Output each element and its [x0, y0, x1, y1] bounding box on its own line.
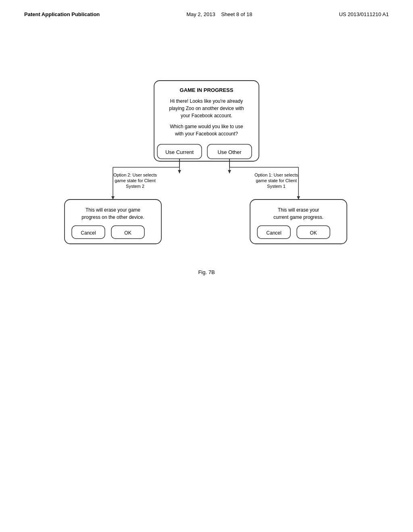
svg-text:System 2: System 2: [126, 184, 144, 189]
svg-text:game state for Client: game state for Client: [256, 178, 297, 183]
svg-marker-5: [178, 170, 181, 173]
ok-label-left: OK: [124, 230, 131, 236]
page-header: Patent Application Publication May 2, 20…: [0, 0, 413, 17]
game-in-progress-title: GAME IN PROGRESS: [180, 87, 234, 93]
header-date-sheet: May 2, 2013 Sheet 8 of 18: [186, 11, 252, 17]
svg-text:Option 1: User selects: Option 1: User selects: [254, 172, 298, 177]
header-left: Patent Application Publication: [24, 11, 100, 17]
use-other-label: Use Other: [217, 149, 242, 155]
svg-text:playing Zoo on another device : playing Zoo on another device with: [169, 106, 244, 111]
svg-text:Option 2: User selects: Option 2: User selects: [113, 172, 157, 177]
svg-text:Which game would you like to u: Which game would you like to use: [170, 124, 243, 129]
use-current-label: Use Current: [165, 149, 194, 155]
svg-text:Hi there! Looks like you're al: Hi there! Looks like you're already: [170, 98, 243, 104]
header-right: US 2013/0111210 A1: [339, 11, 389, 17]
cancel-label-right: Cancel: [266, 230, 281, 236]
figure-label: Fig. 7B: [198, 269, 215, 275]
svg-marker-20: [297, 196, 300, 200]
svg-text:progress on the other device.: progress on the other device.: [81, 214, 144, 220]
ok-label-right: OK: [310, 230, 317, 236]
svg-text:with your Facebook account?: with your Facebook account?: [175, 131, 238, 137]
cancel-label-left: Cancel: [81, 230, 96, 236]
svg-text:game state for Client: game state for Client: [115, 178, 156, 183]
svg-marker-6: [228, 170, 231, 173]
svg-text:This will erase your game: This will erase your game: [86, 207, 140, 213]
svg-text:System 1: System 1: [267, 184, 286, 189]
diagram-svg: GAME IN PROGRESS Hi there! Looks like yo…: [0, 77, 413, 439]
svg-marker-16: [111, 196, 115, 200]
svg-text:This will erase your: This will erase your: [278, 207, 319, 213]
svg-text:your Facebook account.: your Facebook account.: [181, 113, 232, 118]
svg-text:current game progress.: current game progress.: [273, 214, 323, 220]
